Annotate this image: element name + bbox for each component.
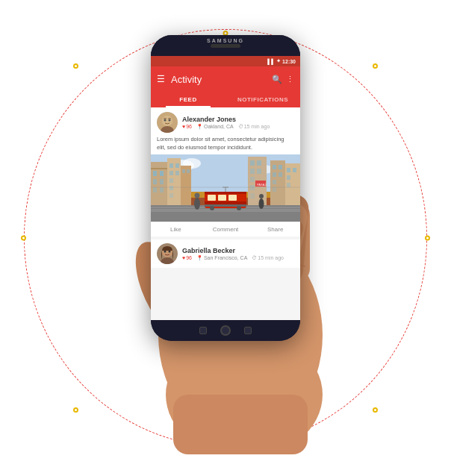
- post-location-2: 📍 San Francisco, CA: [196, 255, 247, 261]
- phone-frame: SAMSUNG ▌▌ ✦ 12:30 ☰ Activity 🔍 ⋮: [151, 35, 300, 341]
- wifi-icon: ✦: [276, 58, 281, 64]
- circle-dot-bottom-left: [73, 407, 78, 413]
- avatar-2: [157, 243, 178, 264]
- circle-dot-top-right: [373, 63, 378, 69]
- svg-rect-41: [273, 172, 276, 177]
- svg-point-11: [162, 116, 172, 126]
- phone-bottom-nav: [151, 320, 300, 341]
- svg-rect-44: [273, 187, 276, 192]
- tabs-bar: FEED NOTIFICATIONS: [151, 92, 300, 107]
- svg-point-75: [194, 198, 200, 210]
- svg-point-78: [259, 194, 264, 198]
- post-header-1: Alexander Jones ♥ 96 📍 Oakland, CA: [151, 107, 300, 136]
- post-time-1: ⏱ 15 min ago: [238, 124, 270, 129]
- post-author-1: Alexander Jones: [182, 116, 294, 123]
- circle-dot-bottom-right: [373, 407, 378, 413]
- status-icons: ▌▌ ✦ 12:30: [267, 58, 296, 64]
- tab-feed[interactable]: FEED: [151, 92, 226, 107]
- svg-rect-42: [279, 172, 282, 177]
- post-sub-2: ♥ 96 📍 San Francisco, CA ⏱ 15 min ago: [182, 255, 294, 261]
- circle-dot-top-left: [73, 63, 78, 69]
- home-button[interactable]: [220, 325, 231, 336]
- svg-rect-33: [169, 186, 173, 190]
- app-bar: ☰ Activity 🔍 ⋮: [151, 66, 300, 92]
- like-button[interactable]: Like: [151, 222, 201, 237]
- clock-icon-2: ⏱: [252, 255, 257, 260]
- svg-rect-52: [257, 160, 261, 166]
- svg-rect-54: [257, 169, 261, 174]
- svg-point-14: [169, 119, 171, 122]
- post-card-2: Gabriella Becker ♥ 96 📍 San Francisco, C…: [151, 239, 300, 268]
- screen-content: Alexander Jones ♥ 96 📍 Oakland, CA: [151, 107, 300, 320]
- time-display: 12:30: [282, 59, 296, 64]
- svg-rect-20: [151, 168, 167, 169]
- svg-rect-68: [228, 195, 237, 201]
- post-card-1: Alexander Jones ♥ 96 📍 Oakland, CA: [151, 107, 300, 237]
- app-title: Activity: [171, 74, 272, 85]
- svg-rect-24: [160, 179, 164, 184]
- svg-point-72: [237, 206, 241, 210]
- svg-rect-39: [273, 165, 276, 169]
- svg-rect-26: [160, 187, 164, 192]
- svg-rect-48: [287, 175, 290, 180]
- svg-rect-56: [250, 185, 255, 190]
- svg-point-77: [259, 198, 264, 209]
- svg-rect-36: [182, 169, 185, 173]
- svg-rect-57: [250, 193, 255, 198]
- svg-point-76: [195, 193, 200, 198]
- post-location-1: 📍 Oakland, CA: [196, 124, 234, 130]
- svg-rect-32: [169, 178, 173, 183]
- clock-icon: ⏱: [238, 124, 243, 129]
- phone-top-bezel: SAMSUNG: [151, 35, 300, 56]
- svg-rect-61: [151, 210, 300, 212]
- svg-rect-34: [169, 193, 173, 198]
- comment-button[interactable]: Comment: [201, 222, 251, 237]
- scene: SAMSUNG ▌▌ ✦ 12:30 ☰ Activity 🔍 ⋮: [0, 0, 451, 476]
- back-button[interactable]: [199, 327, 207, 334]
- circle-dot-left: [21, 236, 26, 241]
- phone-hand-container: SAMSUNG ▌▌ ✦ 12:30 ☰ Activity 🔍 ⋮: [84, 22, 367, 454]
- svg-rect-69: [205, 201, 246, 204]
- phone-brand: SAMSUNG: [207, 38, 244, 43]
- svg-rect-22: [160, 171, 164, 176]
- post-actions-1: Like Comment Share: [151, 222, 300, 237]
- svg-rect-53: [250, 169, 255, 174]
- svg-rect-30: [169, 171, 173, 175]
- app-bar-actions: 🔍 ⋮: [272, 75, 294, 84]
- svg-rect-66: [208, 195, 216, 201]
- location-icon-2: 📍: [196, 255, 203, 261]
- menu-icon[interactable]: ☰: [157, 74, 165, 84]
- heart-icon-2: ♥: [182, 255, 185, 260]
- search-icon[interactable]: 🔍: [272, 75, 282, 84]
- phone-speaker: [211, 44, 240, 48]
- svg-rect-28: [169, 163, 173, 168]
- svg-rect-29: [175, 163, 179, 168]
- tab-notifications[interactable]: NOTIFICATIONS: [226, 92, 300, 107]
- svg-rect-7: [173, 395, 308, 454]
- svg-rect-43: [273, 180, 276, 184]
- svg-rect-47: [293, 168, 296, 172]
- svg-rect-31: [175, 171, 179, 175]
- recents-button[interactable]: [244, 327, 252, 334]
- circle-dot-right: [425, 236, 430, 241]
- post-likes-2: ♥ 96: [182, 255, 192, 260]
- svg-rect-21: [153, 171, 157, 176]
- post-sub-1: ♥ 96 📍 Oakland, CA ⏱ 15 min ago: [182, 124, 294, 130]
- share-button[interactable]: Share: [250, 222, 300, 237]
- svg-point-71: [210, 206, 214, 210]
- svg-rect-37: [187, 169, 190, 173]
- signal-icon: ▌▌: [267, 59, 275, 64]
- svg-rect-65: [205, 192, 246, 194]
- post-meta-1: Alexander Jones ♥ 96 📍 Oakland, CA: [182, 116, 294, 130]
- more-icon[interactable]: ⋮: [286, 75, 294, 84]
- avatar-1: [157, 112, 178, 133]
- svg-point-13: [164, 119, 167, 122]
- svg-rect-25: [153, 187, 157, 192]
- svg-text:PASAJ: PASAJ: [257, 183, 266, 187]
- svg-rect-49: [287, 183, 290, 187]
- heart-icon: ♥: [182, 124, 185, 129]
- svg-rect-46: [287, 168, 290, 172]
- svg-rect-55: [250, 177, 255, 182]
- post-author-2: Gabriella Becker: [182, 247, 294, 254]
- svg-rect-67: [218, 195, 226, 201]
